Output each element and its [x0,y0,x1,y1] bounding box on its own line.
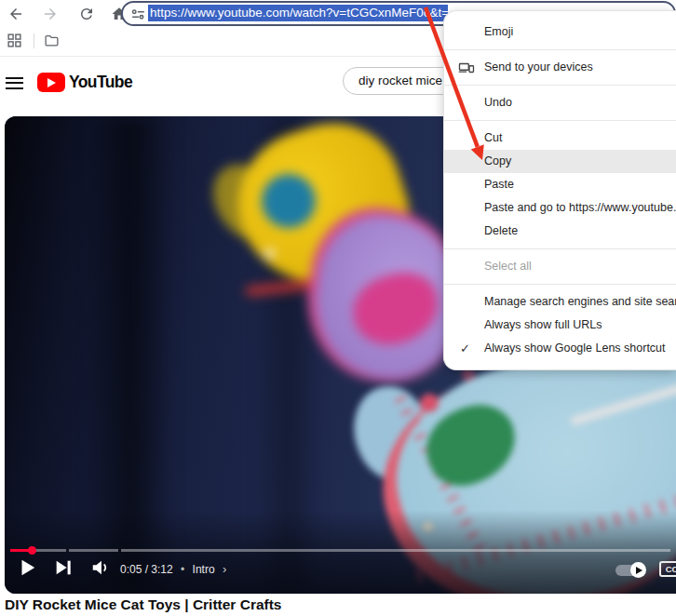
menu-item-label: Paste and go to https://www.youtube.com [484,201,676,214]
menu-separator [444,85,676,86]
menu-separator [444,248,676,249]
menu-item-send-to-devices[interactable]: Send to your devices [444,56,676,79]
menu-item-always-show-full-urls[interactable]: Always show full URLs [444,314,676,337]
menu-separator [444,49,676,50]
current-and-total-time: 0:05 / 3:12 [120,563,173,576]
chapter-segment[interactable] [69,549,118,552]
bullet-separator: • [181,563,184,576]
menu-item-select-all: Select all [444,255,676,278]
forward-icon[interactable] [42,6,59,22]
site-settings-icon[interactable] [130,7,146,22]
context-menu: Emoji Send to your devices Undo Cut Copy… [443,10,676,370]
url-text-selected[interactable]: https://www.youtube.com/watch?v=tCGCxnMe… [148,5,448,21]
menu-separator [444,120,676,121]
menu-item-copy[interactable]: Copy [444,150,676,173]
red-stitch-detail [463,369,474,381]
menu-item-label: Undo [484,96,512,109]
pink-stitch-cluster [420,394,439,412]
chapter-name[interactable]: Intro [193,563,215,576]
folder-icon[interactable] [44,33,60,48]
menu-item-label: Paste [484,178,514,191]
menu-item-label: Emoji [484,25,513,38]
chapter-chevron-icon[interactable]: › [223,562,226,576]
menu-separator [444,284,676,285]
menu-hamburger-icon[interactable] [6,77,23,89]
progress-bar[interactable] [10,549,670,552]
bookmarks-divider [34,33,34,48]
devices-icon [458,60,475,76]
menu-item-label: Delete [484,224,518,237]
progress-scrubber[interactable] [28,546,36,555]
autoplay-toggle-knob [630,562,646,578]
reload-icon[interactable] [78,6,95,22]
apps-grid-icon[interactable] [7,33,22,48]
search-query-text: diy rocket mice [358,68,442,94]
back-icon[interactable] [7,6,24,22]
menu-item-label: Copy [484,154,511,167]
menu-item-paste[interactable]: Paste [444,173,676,196]
video-title: DIY Rocket Mice Cat Toys | Critter Craft… [5,596,281,613]
menu-item-label: Select all [484,260,532,273]
play-icon[interactable] [17,557,37,578]
menu-item-paste-and-go[interactable]: Paste and go to https://www.youtube.com [444,196,676,220]
player-controls-gradient [5,510,676,594]
menu-item-label: Always show Google Lens shortcut [484,341,666,355]
volume-icon[interactable] [90,557,111,578]
chapter-segment[interactable] [121,549,670,552]
menu-item-emoji[interactable]: Emoji [444,20,676,44]
youtube-logo-text: YouTube [69,73,132,92]
browser-window: https://www.youtube.com/watch?v=tCGCxnMe… [0,0,676,616]
next-icon[interactable] [53,557,74,578]
menu-item-delete[interactable]: Delete [444,220,676,243]
menu-item-label: Send to your devices [484,60,593,74]
youtube-logo[interactable]: YouTube [37,73,132,92]
checkmark-icon: ✓ [460,337,470,360]
menu-item-always-show-google-lens[interactable]: ✓ Always show Google Lens shortcut [444,337,676,360]
menu-item-label: Always show full URLs [484,318,602,331]
menu-item-label: Cut [484,131,502,144]
menu-item-manage-search-engines[interactable]: Manage search engines and site search [444,290,676,314]
youtube-play-badge-icon [37,73,65,92]
menu-item-undo[interactable]: Undo [444,91,676,114]
menu-item-cut[interactable]: Cut [444,127,676,150]
autoplay-toggle[interactable] [615,565,643,576]
time-display: 0:05 / 3:12 • Intro › [120,562,226,576]
captions-button[interactable]: CC [659,561,676,577]
menu-item-label: Manage search engines and site search [484,295,676,308]
